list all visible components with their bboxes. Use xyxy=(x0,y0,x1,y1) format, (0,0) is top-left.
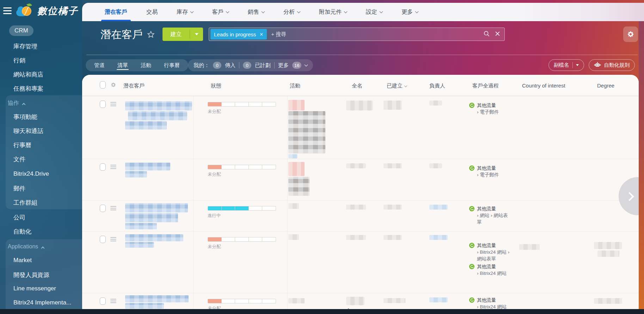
table-row[interactable]: 未分配 其他流量 › 電子郵件 xyxy=(82,159,639,200)
view-tab-pipeline[interactable]: 管道 xyxy=(89,59,110,71)
view-tab-calendar[interactable]: 行事曆 xyxy=(159,59,185,71)
planned-count-badge[interactable]: 0 xyxy=(243,62,251,69)
nav-tab-clients[interactable]: 客戶 xyxy=(212,3,229,21)
sidebar-item-documents[interactable]: 文件 xyxy=(13,155,25,163)
sidebar-item-workgroups[interactable]: 工作群組 xyxy=(13,199,37,207)
search-clear-icon[interactable] xyxy=(495,31,500,38)
company-logo[interactable]: 數位橘子 xyxy=(16,4,78,18)
sidebar-item-bitrix24-implementation[interactable]: Bitrix24 Implementa... xyxy=(13,299,71,306)
row-checkbox[interactable] xyxy=(100,236,106,243)
toolbar-divider xyxy=(86,55,638,55)
column-header-degree[interactable]: Degree xyxy=(597,83,614,89)
column-header-lead[interactable]: 潛在客戶 xyxy=(123,83,145,89)
table-row[interactable]: 未分配 其他流量 › Bitrix24 網站 › 網站表單 其他流量 › Bit… xyxy=(82,231,639,293)
sidebar-item-sites-stores[interactable]: 網站和商店 xyxy=(13,71,43,79)
sidebar-section-applications[interactable]: Applications xyxy=(8,243,44,250)
sidebar-item-drive[interactable]: Bitrix24.Drive xyxy=(13,170,49,177)
view-tab-activities[interactable]: 活動 xyxy=(136,59,156,71)
sidebar-item-marketing[interactable]: 行銷 xyxy=(13,56,25,65)
sidebar-item-chat-calls[interactable]: 聊天和通話 xyxy=(13,127,43,135)
filter-chip-remove-icon[interactable]: ✕ xyxy=(259,32,263,37)
sidebar-item-crm[interactable]: CRM xyxy=(9,25,33,36)
view-tab-list[interactable]: 清單 xyxy=(112,59,133,71)
sidebar-item-tasks-projects[interactable]: 任務和專案 xyxy=(13,85,43,93)
search-placeholder[interactable]: + 搜尋 xyxy=(271,31,483,38)
incoming-count-badge[interactable]: 0 xyxy=(213,62,221,69)
redacted-lead-name[interactable] xyxy=(125,163,170,170)
nav-tab-addons[interactable]: 附加元件 xyxy=(319,3,347,21)
status-progress-bar xyxy=(208,206,276,211)
redacted-degree xyxy=(594,242,622,249)
drag-handle[interactable] xyxy=(110,237,116,242)
nav-tab-more[interactable]: 更多 xyxy=(401,3,418,21)
nav-tab-inventory[interactable]: 庫存 xyxy=(177,3,193,21)
more-count-badge[interactable]: 16 xyxy=(292,62,301,69)
menu-hamburger-icon[interactable] xyxy=(3,7,12,14)
table-row[interactable]: DEMO 未分配 Jacn 其他流量 › Bitrix24 網站 xyxy=(82,293,639,309)
search-icon[interactable] xyxy=(483,30,490,38)
column-header-created[interactable]: 已建立 xyxy=(387,83,407,89)
create-button-label[interactable]: 建立 xyxy=(162,28,190,41)
column-header-status[interactable]: 狀態 xyxy=(211,83,221,89)
create-button[interactable]: 建立 xyxy=(162,28,203,41)
more-chevron-down-icon[interactable] xyxy=(305,63,308,66)
redacted-degree xyxy=(594,298,622,304)
drag-handle[interactable] xyxy=(110,299,116,304)
logo-orange-icon xyxy=(16,4,35,18)
more-filters-label[interactable]: 更多 xyxy=(278,62,289,69)
counters-my-label: 我的： xyxy=(194,62,209,69)
table-row[interactable]: 進行中 其他流量 › 網站 › 網站表單 xyxy=(82,200,639,231)
row-checkbox[interactable] xyxy=(100,205,106,212)
select-all-checkbox[interactable] xyxy=(100,81,106,89)
column-header-journey[interactable]: 客戶全過程 xyxy=(472,83,499,89)
extensions-button[interactable]: 副檔名 xyxy=(548,59,584,71)
sidebar-item-automation[interactable]: 自動化 xyxy=(13,228,31,236)
column-header-country[interactable]: Country of interest xyxy=(522,83,565,89)
create-dropdown-arrow[interactable] xyxy=(190,28,203,41)
redacted-activity xyxy=(288,162,305,176)
automation-rules-button[interactable]: 自動化規則 xyxy=(589,59,635,71)
page-title: 潛在客戶 xyxy=(100,28,143,42)
redacted-lead-name[interactable] xyxy=(125,101,192,110)
search-bar[interactable]: Leads in progress ✕ + 搜尋 xyxy=(209,28,505,41)
sidebar-item-line-messenger[interactable]: Line messenger xyxy=(13,285,56,292)
sidebar-item-mail[interactable]: 郵件 xyxy=(13,185,25,193)
status-label: 進行中 xyxy=(208,213,221,219)
column-header-responsible[interactable]: 負責人 xyxy=(429,83,445,89)
header-gear-icon[interactable] xyxy=(110,82,116,89)
chevron-down-icon xyxy=(262,10,265,13)
sidebar-item-inventory[interactable]: 庫存管理 xyxy=(13,42,37,50)
row-checkbox[interactable] xyxy=(100,297,106,305)
nav-tab-sales[interactable]: 銷售 xyxy=(248,3,264,21)
redacted-activity xyxy=(288,234,299,240)
nav-tab-leads[interactable]: 潛在客戶 xyxy=(105,3,127,21)
column-header-activity[interactable]: 活動 xyxy=(290,83,300,89)
table-row[interactable]: 未分配 其他流量 › 電子郵件 xyxy=(82,96,639,159)
sidebar-section-collaboration[interactable]: 協作 xyxy=(8,99,25,107)
drag-handle[interactable] xyxy=(110,102,116,107)
drag-handle[interactable] xyxy=(110,206,116,211)
sidebar-item-market[interactable]: Market xyxy=(13,257,32,264)
bitrix24-crm-leads-screen: 潛在客戶 建立 Leads in progress ✕ + 搜尋 xyxy=(0,0,644,314)
sidebar-item-calendar[interactable]: 行事曆 xyxy=(13,141,31,149)
filter-chip[interactable]: Leads in progress ✕ xyxy=(210,29,267,40)
redacted-lead-name[interactable] xyxy=(125,203,188,212)
redacted-lead-name[interactable] xyxy=(125,234,183,241)
redacted-lead-name[interactable] xyxy=(125,295,189,302)
sidebar-item-developer-resources[interactable]: 開發人員資源 xyxy=(13,271,49,279)
nav-tab-settings[interactable]: 設定 xyxy=(366,3,382,21)
planned-label[interactable]: 已計劃 xyxy=(255,62,271,69)
chevron-down-icon xyxy=(415,10,419,13)
column-header-fullname[interactable]: 全名 xyxy=(352,83,362,89)
drag-handle[interactable] xyxy=(110,165,116,170)
nav-tab-deals[interactable]: 交易 xyxy=(146,3,158,21)
nav-tab-analytics[interactable]: 分析 xyxy=(283,3,300,21)
row-checkbox[interactable] xyxy=(100,101,106,108)
sidebar-item-news-feed[interactable]: 事項動能 xyxy=(13,113,37,121)
extensions-dropdown-arrow[interactable] xyxy=(576,64,579,66)
favorite-star-icon[interactable] xyxy=(147,30,155,40)
incoming-label[interactable]: 傳入 xyxy=(225,62,235,69)
row-checkbox[interactable] xyxy=(100,163,106,171)
sidebar-item-company[interactable]: 公司 xyxy=(13,213,25,222)
grid-settings-button[interactable] xyxy=(623,26,638,42)
